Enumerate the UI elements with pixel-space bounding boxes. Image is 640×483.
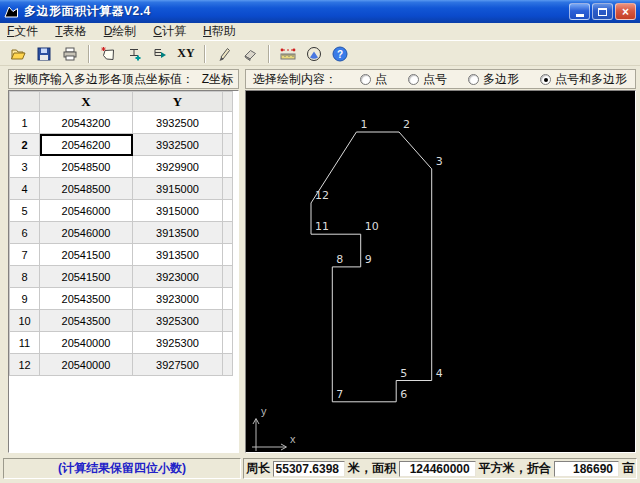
cell-extra <box>223 354 233 376</box>
radio-icon <box>408 74 419 85</box>
draw-button[interactable] <box>211 43 237 65</box>
cell-y[interactable]: 3913500 <box>133 244 223 266</box>
menu-item-4[interactable]: H帮助 <box>203 23 236 40</box>
vertex-label-6: 6 <box>400 388 407 401</box>
coordinate-header-label: 按顺序输入多边形各顶点坐标值： <box>14 71 194 88</box>
z-coordinate-button[interactable]: Z坐标 <box>202 71 233 88</box>
menu-item-2[interactable]: D绘制 <box>104 23 137 40</box>
cell-x[interactable]: 20541500 <box>40 266 133 288</box>
row-number: 4 <box>10 178 40 200</box>
column-header-x[interactable]: X <box>40 92 133 112</box>
cell-y[interactable]: 3923000 <box>133 288 223 310</box>
draw-options-bar: 选择绘制内容： 点点号多边形点号和多边形 <box>245 69 636 89</box>
cell-y[interactable]: 3915000 <box>133 200 223 222</box>
axis-indicator: yx <box>252 405 296 451</box>
cell-x[interactable]: 20543200 <box>40 112 133 134</box>
mu-unit-label: 亩 <box>622 460 634 477</box>
menu-item-1[interactable]: T表格 <box>55 23 86 40</box>
cell-x[interactable]: 20546000 <box>40 200 133 222</box>
column-header-y[interactable]: Y <box>133 92 223 112</box>
cell-x[interactable]: 20541500 <box>40 244 133 266</box>
row-number: 11 <box>10 332 40 354</box>
cell-extra <box>223 332 233 354</box>
cell-x[interactable]: 20546000 <box>40 222 133 244</box>
cell-x[interactable]: 20543500 <box>40 288 133 310</box>
coordinate-panel-header: 按顺序输入多边形各顶点坐标值： Z坐标 <box>8 69 239 89</box>
svg-text:?: ? <box>337 49 343 60</box>
radio-option-3[interactable]: 点号和多边形 <box>540 71 627 88</box>
insert-row-button[interactable] <box>121 43 147 65</box>
print-button[interactable] <box>57 43 83 65</box>
measure-area-button[interactable] <box>301 43 327 65</box>
measure-length-button[interactable] <box>275 43 301 65</box>
app-icon <box>4 4 19 19</box>
cell-y[interactable]: 3913500 <box>133 222 223 244</box>
vertex-label-1: 1 <box>360 118 367 131</box>
row-number: 9 <box>10 288 40 310</box>
radio-label: 多边形 <box>483 71 519 88</box>
table-row: 8205415003923000 <box>10 266 233 288</box>
row-number: 1 <box>10 112 40 134</box>
cell-y[interactable]: 3925300 <box>133 332 223 354</box>
table-row: 2205462003932500 <box>10 134 233 156</box>
menu-label: 帮助 <box>212 24 236 38</box>
xy-input-button[interactable]: XY <box>173 43 199 65</box>
cell-y[interactable]: 3932500 <box>133 134 223 156</box>
table-row: 3205485003929900 <box>10 156 233 178</box>
radio-label: 点号和多边形 <box>555 71 627 88</box>
cell-y[interactable]: 3923000 <box>133 266 223 288</box>
cell-x[interactable]: 20540000 <box>40 332 133 354</box>
maximize-button[interactable] <box>592 3 613 20</box>
cell-x[interactable]: 20540000 <box>40 354 133 376</box>
corner-header-cell <box>10 92 40 112</box>
help-button[interactable]: ? <box>327 43 353 65</box>
table-row: 1205432003932500 <box>10 112 233 134</box>
menu-label: 绘制 <box>112 24 136 38</box>
open-folder-icon <box>10 46 26 62</box>
vertex-label-7: 7 <box>336 388 343 401</box>
axis-x-label: x <box>290 433 296 445</box>
vertex-label-5: 5 <box>400 367 407 380</box>
cell-x[interactable]: 20548500 <box>40 156 133 178</box>
drawing-canvas[interactable]: 123456789101112yx <box>245 90 636 453</box>
move-row-button[interactable] <box>147 43 173 65</box>
menu-item-3[interactable]: C计算 <box>153 23 186 40</box>
cell-y[interactable]: 3929900 <box>133 156 223 178</box>
cell-y[interactable]: 3927500 <box>133 354 223 376</box>
menu-item-0[interactable]: F文件 <box>7 23 38 40</box>
radio-option-1[interactable]: 点号 <box>408 71 447 88</box>
vertex-label-3: 3 <box>436 155 443 168</box>
erase-button[interactable] <box>237 43 263 65</box>
coordinate-grid: X Y 120543200393250022054620039325003205… <box>8 90 239 453</box>
toolbar-separator <box>88 45 90 63</box>
row-number: 7 <box>10 244 40 266</box>
cell-x[interactable]: 20548500 <box>40 178 133 200</box>
radio-option-2[interactable]: 多边形 <box>468 71 519 88</box>
cell-x[interactable]: 20543500 <box>40 310 133 332</box>
cell-y[interactable]: 3925300 <box>133 310 223 332</box>
area-unit-label: 平方米，折合 <box>479 460 551 477</box>
open-button[interactable] <box>5 43 31 65</box>
vertex-label-4: 4 <box>436 367 443 380</box>
window-title: 多边形面积计算器V2.4 <box>24 3 569 20</box>
app-window: 多边形面积计算器V2.4 × F文件T表格D绘制C计算H帮助 <box>0 0 640 483</box>
cell-y[interactable]: 3932500 <box>133 112 223 134</box>
table-row: 11205400003925300 <box>10 332 233 354</box>
radio-option-0[interactable]: 点 <box>360 71 387 88</box>
new-polygon-button[interactable] <box>95 43 121 65</box>
close-button[interactable]: × <box>615 3 636 20</box>
radio-icon <box>360 74 371 85</box>
vertex-label-11: 11 <box>315 220 329 233</box>
cell-y[interactable]: 3915000 <box>133 178 223 200</box>
menu-hotkey: C <box>153 24 162 38</box>
save-button[interactable] <box>31 43 57 65</box>
cell-x[interactable]: 20546200 <box>40 134 133 156</box>
polygon-outline <box>311 132 432 402</box>
menu-label: 计算 <box>162 24 186 38</box>
cell-extra <box>223 244 233 266</box>
minimize-button[interactable] <box>569 3 590 20</box>
menu-label: 文件 <box>14 24 38 38</box>
status-note-panel: (计算结果保留四位小数) <box>3 458 241 479</box>
mu-value-field: 186690 <box>554 461 619 477</box>
table-row: 9205435003923000 <box>10 288 233 310</box>
